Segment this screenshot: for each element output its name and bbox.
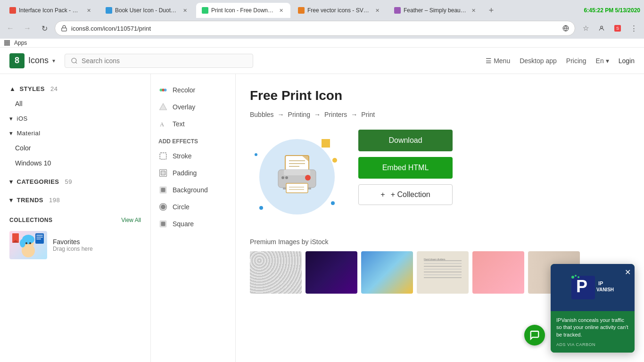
premium-image-5[interactable] (472, 251, 524, 294)
chevron-down-icon: ▾ (606, 57, 609, 65)
apps-grid-icon (4, 40, 10, 46)
ad-close-button[interactable]: ✕ (625, 268, 631, 277)
breadcrumb-bubbles[interactable]: Bubbles (250, 111, 274, 118)
filter-padding[interactable]: Padding (151, 165, 235, 181)
add-to-collection-button[interactable]: + + Collection (358, 184, 453, 205)
tab-label-3: Print Icon - Free Download, PNG... (211, 7, 274, 14)
forward-button[interactable]: → (21, 22, 34, 35)
svg-rect-22 (36, 235, 43, 236)
favorites-item[interactable]: Favorites Drag icons here (9, 227, 141, 263)
svg-rect-0 (62, 28, 67, 31)
categories-section-header[interactable]: ▾ CATEGORIES 59 (0, 174, 150, 189)
tab-5[interactable]: Feather – Simply beautiful ope... ✕ (388, 3, 483, 18)
breadcrumb-print[interactable]: Print (361, 111, 375, 118)
sidebar-item-color[interactable]: Color (0, 140, 150, 156)
tab-label-2: Book User Icon - Duotone | Fo... (115, 7, 178, 14)
filter-background[interactable]: Background (151, 181, 235, 198)
svg-rect-24 (36, 239, 41, 239)
svg-point-54 (285, 176, 288, 179)
filter-text[interactable]: A Text (151, 115, 235, 132)
svg-point-65 (571, 276, 574, 279)
page-title: Free Print Icon (250, 88, 630, 103)
account-button[interactable] (595, 22, 608, 35)
sidebar-item-windows[interactable]: Windows 10 (0, 156, 150, 171)
styles-label: STYLES (19, 85, 45, 92)
more-button[interactable]: ⋮ (627, 22, 640, 35)
breadcrumb-printing[interactable]: Printing (288, 111, 310, 118)
sidebar-item-ios[interactable]: ▾ iOS (0, 111, 150, 126)
view-all-link[interactable]: View All (121, 217, 141, 223)
bookmark-button[interactable]: ☆ (579, 22, 592, 35)
svg-rect-12 (8, 44, 9, 45)
tab-close-1[interactable]: ✕ (85, 7, 92, 14)
sidebar-item-material[interactable]: ▾ Material (0, 126, 150, 140)
ad-footer: ADS VIA CARBON (556, 342, 629, 347)
tab-close-5[interactable]: ✕ (470, 7, 477, 14)
tab-2[interactable]: Book User Icon - Duotone | Fo... ✕ (100, 3, 194, 18)
trends-section-header[interactable]: ▾ TRENDS 198 (0, 193, 150, 207)
desktop-app-link[interactable]: Desktop app (520, 57, 557, 65)
embed-html-button[interactable]: Embed HTML (358, 157, 453, 179)
tab-close-4[interactable]: ✕ (373, 7, 381, 14)
svg-rect-23 (36, 237, 43, 238)
styles-section-header[interactable]: ▲ STYLES 24 (0, 82, 150, 96)
filter-overlay[interactable]: Overlay (151, 99, 235, 115)
translate-icon (562, 25, 569, 32)
search-bar[interactable] (65, 54, 253, 68)
back-button[interactable]: ← (4, 22, 17, 35)
action-buttons: Download Embed HTML + + Collection (358, 130, 453, 205)
stroke-label: Stroke (173, 152, 191, 160)
filter-square[interactable]: Square (151, 215, 235, 232)
chevron-down-icon: ▾ (9, 178, 13, 185)
tab-4[interactable]: Free vector icons - SVG, PSD, P... ✕ (292, 3, 387, 18)
chat-icon (529, 330, 540, 340)
reload-button[interactable]: ↻ (38, 22, 51, 35)
tab-1[interactable]: Interface Icon Pack - Orion Icon... ✕ (4, 3, 98, 18)
logo[interactable]: 8 Icons ▾ (9, 53, 55, 68)
square-label: Square (173, 220, 194, 228)
premium-image-2[interactable] (305, 251, 357, 294)
svg-text:VANISH: VANISH (596, 287, 614, 292)
ad-logo-area: P IP VANISH (551, 264, 635, 311)
premium-image-3[interactable] (361, 251, 413, 294)
tab-close-3[interactable]: ✕ (277, 7, 285, 14)
premium-image-4[interactable]: Hand drawn dividers (417, 251, 469, 294)
extension-button[interactable]: S (611, 22, 624, 35)
tab-label-4: Free vector icons - SVG, PSD, P... (307, 7, 371, 14)
sidebar-item-all[interactable]: All (0, 96, 150, 111)
tab-favicon-1 (9, 7, 16, 14)
svg-text:IP: IP (598, 280, 603, 286)
tab-close-2[interactable]: ✕ (181, 7, 189, 14)
premium-title: Premium Images by iStock (250, 238, 630, 246)
sidebar-section-styles: ▲ STYLES 24 All ▾ iOS ▾ Material (0, 82, 150, 171)
search-icon (71, 57, 78, 65)
filter-recolor[interactable]: Recolor (151, 82, 235, 99)
login-button[interactable]: Login (619, 57, 635, 65)
svg-rect-10 (5, 44, 6, 45)
favorites-thumbnail (9, 231, 47, 259)
download-button[interactable]: Download (358, 130, 453, 151)
logo-icon: 8 (9, 53, 25, 68)
filter-circle[interactable]: Circle (151, 198, 235, 215)
circle-label: Circle (173, 203, 190, 211)
favorites-illustration (9, 231, 47, 259)
favorites-info: Favorites Drag icons here (53, 238, 141, 252)
filter-stroke[interactable]: Stroke (151, 148, 235, 165)
svg-point-13 (72, 58, 76, 63)
pricing-link[interactable]: Pricing (566, 57, 586, 65)
new-tab-button[interactable]: + (485, 4, 498, 17)
address-bar[interactable]: icons8.com/icon/110571/print (55, 21, 575, 36)
search-input[interactable] (82, 57, 247, 65)
tab-favicon-5 (394, 7, 401, 14)
styles-count: 24 (50, 85, 58, 92)
print-icon-svg (271, 153, 323, 200)
tab-3[interactable]: Print Icon - Free Download, PNG... ✕ (196, 3, 290, 18)
svg-rect-34 (161, 171, 165, 175)
menu-button[interactable]: ☰ Menu (486, 57, 510, 65)
svg-point-38 (161, 205, 165, 209)
premium-image-1[interactable] (250, 251, 302, 294)
breadcrumb-printers[interactable]: Printers (324, 111, 347, 118)
chat-button[interactable] (524, 325, 545, 346)
breadcrumb-sep-2: → (314, 111, 321, 118)
language-selector[interactable]: En ▾ (596, 57, 609, 65)
